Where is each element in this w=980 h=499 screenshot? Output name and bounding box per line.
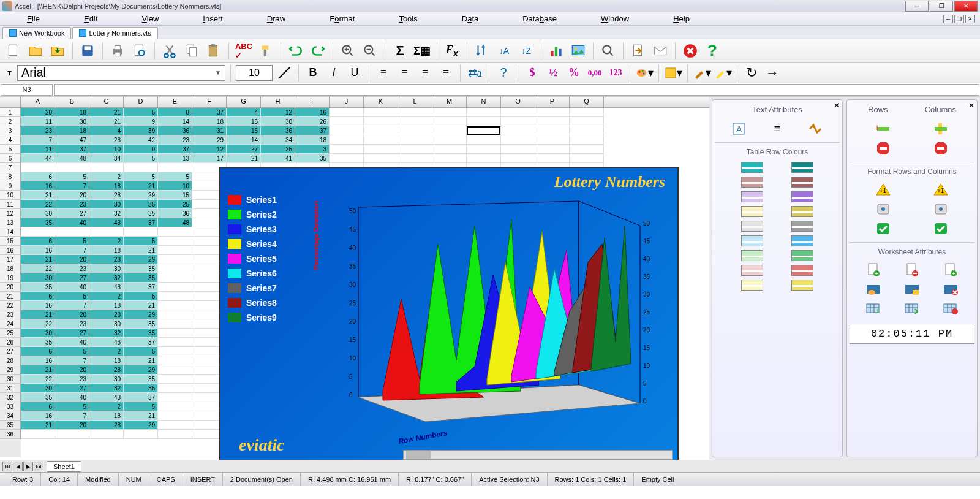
cell[interactable]: 23 (89, 135, 124, 145)
cell[interactable] (535, 126, 570, 135)
cell[interactable] (158, 329, 192, 338)
cell[interactable] (89, 163, 124, 172)
cell[interactable]: 11 (21, 145, 55, 154)
col-header-H[interactable]: H (261, 97, 295, 107)
cell[interactable]: 29 (124, 365, 158, 375)
cell[interactable]: 40 (55, 338, 89, 347)
cell[interactable]: 35 (21, 393, 55, 402)
save-button[interactable] (78, 41, 97, 61)
cell[interactable]: 4 (89, 126, 124, 135)
cell[interactable]: 23 (55, 375, 89, 384)
row-header[interactable]: 33 (0, 402, 21, 411)
col-header-P[interactable]: P (535, 97, 570, 107)
cut-button[interactable] (160, 41, 179, 61)
cell[interactable]: 7 (55, 246, 89, 255)
tab-new-workbook[interactable]: New Workbook (2, 27, 71, 39)
cell[interactable] (124, 163, 158, 172)
cell[interactable]: 16 (295, 108, 330, 117)
cell[interactable]: 37 (124, 338, 158, 347)
cell[interactable]: 15 (158, 191, 192, 200)
cell[interactable]: 21 (124, 356, 158, 365)
cell[interactable]: 40 (55, 218, 89, 227)
cell[interactable] (158, 393, 192, 402)
cell[interactable] (535, 154, 570, 163)
cell[interactable]: 5 (158, 172, 192, 181)
cell[interactable] (501, 145, 535, 154)
help2-button[interactable]: ? (494, 64, 513, 82)
sort-button[interactable] (472, 41, 492, 61)
menu-format[interactable]: Format (325, 13, 360, 25)
cell[interactable]: 6 (21, 402, 55, 411)
fraction-button[interactable]: ½ (544, 64, 562, 82)
cell[interactable]: 20 (55, 255, 89, 264)
col-header-Q[interactable]: Q (570, 97, 604, 107)
cell[interactable]: 2 (89, 172, 124, 181)
cell[interactable] (570, 126, 604, 135)
cell[interactable]: 21 (227, 154, 261, 163)
sheet-move-button[interactable] (902, 302, 922, 316)
cell[interactable]: 30 (89, 200, 124, 209)
row-header[interactable]: 29 (0, 365, 21, 375)
cell[interactable]: 2 (89, 237, 124, 246)
cell[interactable]: 7 (55, 181, 89, 191)
maximize-button[interactable]: ❐ (930, 1, 953, 12)
cell[interactable] (124, 430, 158, 439)
cell[interactable] (158, 384, 192, 393)
color-swatch[interactable] (791, 265, 813, 276)
sheet-insert-button[interactable]: + (864, 302, 883, 316)
cell[interactable]: 18 (55, 126, 89, 135)
open-button[interactable] (26, 41, 45, 61)
cell[interactable]: 35 (124, 384, 158, 393)
cell[interactable] (158, 356, 192, 365)
cell[interactable]: 5 (124, 108, 158, 117)
cell[interactable]: 7 (55, 301, 89, 310)
zoom-out-button[interactable] (360, 41, 380, 61)
cell[interactable]: 7 (21, 135, 55, 145)
add-sheet-button[interactable]: + (864, 262, 883, 277)
delete-row-button[interactable] (873, 141, 893, 156)
col-header-I[interactable]: I (295, 97, 330, 107)
currency-button[interactable]: $ (523, 64, 541, 82)
cell[interactable]: 47 (55, 135, 89, 145)
row-header[interactable]: 9 (0, 181, 21, 191)
insert-row-button[interactable]: + (873, 121, 893, 136)
cell[interactable]: 35 (124, 200, 158, 209)
cell[interactable] (364, 154, 398, 163)
spreadsheet-grid[interactable]: ABCDEFGHIJKLMNOPQ 1234567891011121314151… (0, 97, 709, 460)
row-header[interactable]: 17 (0, 255, 21, 264)
cell[interactable] (467, 145, 501, 154)
cell[interactable]: 29 (124, 191, 158, 200)
cell[interactable]: 5 (124, 402, 158, 411)
cell[interactable]: 2 (89, 402, 124, 411)
cell[interactable]: 37 (192, 108, 227, 117)
cell[interactable] (432, 126, 467, 135)
cell[interactable]: 23 (21, 126, 55, 135)
cell[interactable] (158, 338, 192, 347)
cell[interactable] (158, 283, 192, 292)
cell[interactable]: 21 (124, 301, 158, 310)
col-header-J[interactable]: J (330, 97, 364, 107)
sheet-tab-sheet1[interactable]: Sheet1 (47, 461, 81, 472)
align-left-button[interactable]: ≡ (374, 64, 393, 82)
import-button[interactable] (48, 41, 67, 61)
function-button[interactable]: Fx (442, 41, 462, 61)
cell[interactable]: 48 (55, 154, 89, 163)
cell[interactable]: 20 (21, 108, 55, 117)
row-header[interactable]: 20 (0, 283, 21, 292)
cell[interactable]: 2 (89, 292, 124, 301)
col-header-D[interactable]: D (124, 97, 158, 107)
row-header[interactable]: 18 (0, 264, 21, 273)
cell[interactable]: 18 (295, 135, 330, 145)
row-header[interactable]: 19 (0, 273, 21, 283)
row-header[interactable]: 28 (0, 356, 21, 365)
cell[interactable]: 23 (158, 135, 192, 145)
cell[interactable] (158, 237, 192, 246)
cell[interactable]: 30 (21, 329, 55, 338)
color-swatch[interactable] (741, 162, 763, 173)
chart-button[interactable] (546, 41, 566, 61)
cell[interactable]: 5 (55, 347, 89, 356)
cell[interactable] (158, 227, 192, 237)
col-header-B[interactable]: B (55, 97, 89, 107)
color-swatch[interactable] (791, 162, 813, 173)
add-sheet-right-button[interactable]: + (941, 262, 960, 277)
